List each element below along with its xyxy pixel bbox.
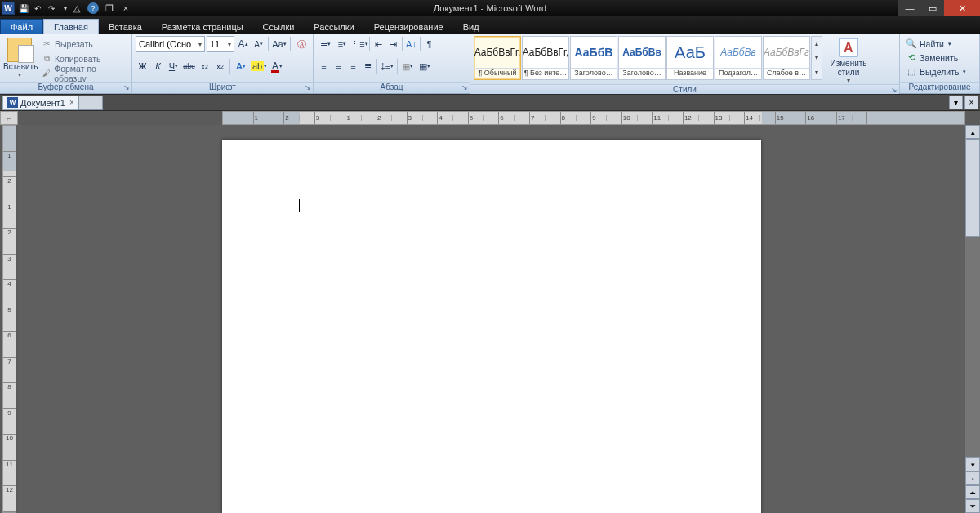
- tab-insert[interactable]: Вставка: [99, 20, 152, 34]
- copy-icon: ⧉: [41, 53, 52, 65]
- style-subtle-emphasis[interactable]: АаБбВвГгСлабое в…: [763, 36, 810, 80]
- window-close-button[interactable]: ✕: [944, 0, 980, 16]
- style-no-spacing[interactable]: АаБбВвГг,¶ Без инте…: [522, 36, 569, 80]
- styles-group-label: Стили↘: [470, 84, 899, 94]
- paste-button[interactable]: Вставить ▾: [3, 36, 36, 78]
- find-icon: 🔍: [906, 38, 917, 49]
- brush-icon: 🖌: [41, 68, 51, 79]
- borders-icon: ▦: [419, 61, 427, 72]
- document-tab-new[interactable]: [78, 96, 103, 110]
- numbering-button[interactable]: ≡▾: [334, 36, 350, 52]
- multilevel-list-button[interactable]: ⋮≡▾: [351, 36, 368, 52]
- style-subtitle[interactable]: АаБбВвПодзагол…: [715, 36, 762, 80]
- window-maximize-button[interactable]: ▭: [921, 0, 944, 16]
- sort-button[interactable]: A↓: [404, 36, 418, 52]
- styles-gallery[interactable]: АаБбВвГг,¶ Обычный АаБбВвГг,¶ Без инте… …: [474, 36, 822, 80]
- horizontal-ruler[interactable]: 1231234567891011121314151617: [222, 111, 965, 125]
- show-marks-button[interactable]: ¶: [422, 36, 436, 52]
- font-color-button[interactable]: A▾: [269, 58, 285, 74]
- font-size-combo[interactable]: 11▾: [207, 36, 234, 52]
- qat-save-icon[interactable]: 💾: [18, 2, 29, 14]
- scroll-up-button[interactable]: ▴: [965, 125, 980, 139]
- borders-button[interactable]: ▦▾: [416, 58, 433, 74]
- gallery-expand-icon[interactable]: ▾: [812, 65, 822, 79]
- qat-customize-icon[interactable]: ▾: [60, 2, 71, 14]
- increase-indent-button[interactable]: ⇥: [386, 36, 400, 52]
- doctab-close-button[interactable]: ×: [964, 96, 978, 109]
- scroll-thumb[interactable]: [965, 139, 980, 237]
- subscript-button[interactable]: x2: [198, 58, 212, 74]
- superscript-button[interactable]: x2: [213, 58, 227, 74]
- highlight-button[interactable]: ab▾: [251, 58, 267, 74]
- cut-button[interactable]: ✂Вырезать: [39, 37, 128, 51]
- eraser-icon: Ⓐ: [297, 38, 306, 51]
- text-effects-button[interactable]: A▾: [233, 58, 249, 74]
- paragraph-group-label: Абзац↘: [314, 82, 470, 93]
- select-button[interactable]: ⬚Выделить▾: [903, 65, 969, 78]
- style-title[interactable]: АаБНазвание: [666, 36, 714, 80]
- vertical-scrollbar[interactable]: ▴ ▾ ◦ ⏶ ⏷: [965, 125, 980, 513]
- font-name-combo[interactable]: Calibri (Осно▾: [136, 36, 205, 52]
- document-tab-close-icon[interactable]: ×: [69, 98, 74, 107]
- help-icon[interactable]: ?: [87, 2, 99, 14]
- window-minimize-button[interactable]: —: [898, 0, 921, 16]
- next-page-button[interactable]: ⏷: [965, 499, 980, 513]
- scroll-down-button[interactable]: ▾: [965, 457, 980, 471]
- tab-home[interactable]: Главная: [43, 19, 99, 34]
- change-styles-button[interactable]: A Изменить стили ▾: [828, 36, 869, 84]
- tab-review[interactable]: Рецензирование: [364, 20, 453, 34]
- doctab-menu-button[interactable]: ▾: [949, 96, 963, 109]
- line-spacing-button[interactable]: ‡≡▾: [379, 58, 395, 74]
- tab-file[interactable]: Файл: [0, 19, 43, 34]
- qat-redo-icon[interactable]: ↷: [46, 2, 57, 14]
- document-page[interactable]: [222, 140, 761, 513]
- format-painter-button[interactable]: 🖌Формат по образцу: [39, 66, 128, 80]
- ruler-toggle-button[interactable]: ⌐: [0, 111, 18, 125]
- window-restore2-icon[interactable]: ❐: [104, 2, 115, 14]
- bullets-button[interactable]: ≣▾: [317, 36, 333, 52]
- shrink-font-button[interactable]: A▾: [252, 36, 265, 52]
- change-case-button[interactable]: Aa▾: [271, 36, 287, 52]
- line-spacing-icon: ‡≡: [381, 61, 391, 71]
- style-heading1[interactable]: АаБбВЗаголово…: [570, 36, 617, 80]
- minimize-ribbon-icon[interactable]: △: [71, 2, 82, 14]
- vertical-ruler[interactable]: 12123456789101112: [2, 125, 16, 513]
- underline-button[interactable]: Ч▾: [167, 58, 180, 74]
- style-heading2[interactable]: АаБбВвЗаголово…: [618, 36, 666, 80]
- strikethrough-button[interactable]: abc: [182, 58, 196, 74]
- style-normal[interactable]: АаБбВвГг,¶ Обычный: [474, 36, 521, 80]
- word-app-icon[interactable]: W: [2, 2, 15, 15]
- italic-button[interactable]: К: [151, 58, 165, 74]
- document-tab[interactable]: W Документ1 ×: [2, 96, 79, 110]
- browse-object-button[interactable]: ◦: [965, 471, 980, 485]
- paragraph-launcher-icon[interactable]: ↘: [461, 83, 468, 91]
- tab-view[interactable]: Вид: [453, 20, 489, 34]
- clipboard-launcher-icon[interactable]: ↘: [123, 83, 130, 91]
- tab-page-layout[interactable]: Разметка страницы: [152, 20, 253, 34]
- align-right-button[interactable]: ≡: [346, 58, 360, 74]
- svg-text:A: A: [844, 41, 853, 55]
- tab-mailings[interactable]: Рассылки: [304, 20, 363, 34]
- document-canvas[interactable]: [18, 125, 965, 513]
- qat-undo-icon[interactable]: ↶: [32, 2, 43, 14]
- gallery-up-icon[interactable]: ▴: [812, 37, 822, 51]
- styles-gallery-more[interactable]: ▴▾▾: [811, 36, 822, 80]
- shading-button[interactable]: ▦▾: [399, 58, 416, 74]
- justify-button[interactable]: ≣: [361, 58, 375, 74]
- font-launcher-icon[interactable]: ↘: [305, 83, 311, 91]
- decrease-indent-button[interactable]: ⇤: [372, 36, 385, 52]
- window-close2-icon[interactable]: ×: [120, 2, 131, 14]
- tab-references[interactable]: Ссылки: [253, 20, 305, 34]
- align-center-button[interactable]: ≡: [332, 58, 345, 74]
- bold-button[interactable]: Ж: [136, 58, 149, 74]
- change-styles-icon: A: [837, 36, 860, 59]
- prev-page-button[interactable]: ⏶: [965, 485, 980, 499]
- replace-button[interactable]: ⟲Заменить: [903, 51, 969, 65]
- gallery-down-icon[interactable]: ▾: [812, 51, 822, 65]
- align-left-button[interactable]: ≡: [317, 58, 331, 74]
- grow-font-button[interactable]: A▴: [236, 36, 250, 52]
- find-button[interactable]: 🔍Найти▾: [903, 37, 969, 51]
- align-center-icon: ≡: [336, 61, 341, 71]
- clear-formatting-button[interactable]: Ⓐ: [293, 36, 310, 52]
- styles-launcher-icon[interactable]: ↘: [891, 86, 898, 94]
